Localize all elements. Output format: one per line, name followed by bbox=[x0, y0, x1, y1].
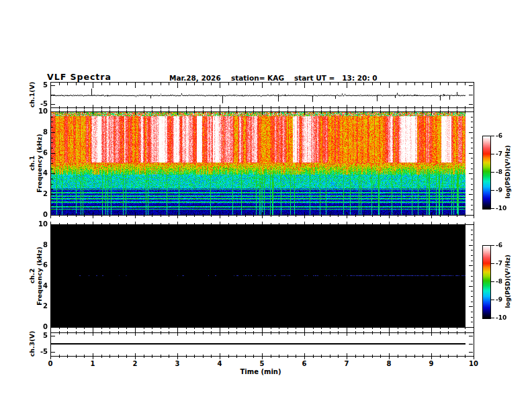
x-minor-tick bbox=[448, 326, 449, 329]
x-minor-tick bbox=[423, 223, 423, 226]
x-minor-tick bbox=[253, 106, 254, 109]
y-tick bbox=[471, 199, 473, 200]
x-minor-tick bbox=[144, 331, 144, 334]
x-minor-tick bbox=[152, 223, 152, 226]
x-minor-tick bbox=[440, 106, 441, 109]
y-tick bbox=[471, 281, 473, 281]
y-tick bbox=[469, 194, 473, 195]
x-minor-tick bbox=[330, 106, 330, 109]
y-tick bbox=[471, 158, 473, 158]
x-minor-tick bbox=[236, 355, 237, 358]
y-tick-label: 8 bbox=[30, 241, 48, 248]
x-minor-tick bbox=[465, 223, 466, 226]
y-tick bbox=[471, 122, 473, 122]
y-tick bbox=[51, 352, 55, 353]
x-minor-tick bbox=[161, 223, 161, 226]
colorbar-tick bbox=[491, 263, 494, 264]
y-tick bbox=[51, 224, 55, 225]
x-minor-tick bbox=[423, 326, 423, 329]
colorbar-tick-label: -8 bbox=[496, 169, 502, 175]
x-minor-tick bbox=[203, 110, 204, 113]
x-major-tick bbox=[262, 82, 263, 88]
x-major-tick bbox=[93, 222, 93, 228]
colorbar-tick-label: -9 bbox=[496, 187, 502, 193]
y-tick bbox=[471, 117, 473, 118]
x-minor-tick bbox=[203, 331, 204, 334]
x-minor-tick bbox=[448, 214, 449, 217]
colorbar-tick-label: -6 bbox=[496, 132, 502, 139]
x-minor-tick bbox=[287, 223, 288, 226]
x-minor-tick bbox=[457, 355, 457, 358]
x-minor-tick bbox=[296, 355, 296, 358]
x-major-tick bbox=[177, 109, 178, 115]
x-minor-tick bbox=[169, 110, 169, 113]
x-minor-tick bbox=[169, 326, 169, 329]
y-tick bbox=[51, 169, 53, 169]
y-tick bbox=[469, 245, 473, 246]
x-major-tick bbox=[389, 222, 390, 228]
vlf-spectra-figure: VLF Spectra Mar.28, 2026 station= KAG st… bbox=[0, 0, 532, 411]
x-minor-tick bbox=[398, 223, 398, 226]
x-minor-tick bbox=[296, 326, 296, 329]
x-minor-tick bbox=[271, 82, 271, 85]
x-minor-tick bbox=[330, 110, 330, 113]
x-major-tick bbox=[177, 222, 178, 228]
y-tick bbox=[471, 250, 473, 250]
x-minor-tick bbox=[313, 223, 314, 226]
x-minor-tick bbox=[296, 110, 296, 113]
y-tick-label: 2 bbox=[30, 190, 48, 197]
x-minor-tick bbox=[245, 355, 246, 358]
x-minor-tick bbox=[109, 326, 110, 329]
x-minor-tick bbox=[271, 110, 271, 113]
x-minor-tick bbox=[313, 326, 314, 329]
colorbar-tick-label: -9 bbox=[496, 296, 502, 303]
x-minor-tick bbox=[194, 110, 195, 113]
x-minor-tick bbox=[313, 106, 314, 109]
colorbar-1-label: log(PSD)(V²/Hz) bbox=[504, 145, 512, 199]
colorbar-tick bbox=[491, 190, 494, 191]
x-minor-tick bbox=[457, 82, 457, 85]
y-tick bbox=[469, 306, 473, 307]
y-tick bbox=[51, 210, 53, 210]
x-minor-tick bbox=[152, 331, 152, 334]
x-minor-tick bbox=[126, 355, 127, 358]
x-minor-tick bbox=[101, 106, 102, 109]
x-major-tick bbox=[177, 82, 178, 88]
x-minor-tick bbox=[59, 326, 60, 329]
x-minor-tick bbox=[84, 223, 85, 226]
x-minor-tick bbox=[118, 82, 119, 85]
x-minor-tick bbox=[109, 106, 110, 109]
x-minor-tick bbox=[76, 223, 77, 226]
y-tick bbox=[471, 322, 473, 322]
colorbar-tick bbox=[491, 281, 494, 282]
x-minor-tick bbox=[330, 82, 330, 85]
x-major-tick bbox=[262, 109, 263, 115]
x-minor-tick bbox=[161, 214, 161, 217]
x-minor-tick bbox=[321, 326, 322, 329]
x-minor-tick bbox=[406, 214, 406, 217]
y-tick bbox=[51, 276, 53, 277]
y-tick bbox=[51, 127, 53, 128]
y-tick bbox=[51, 215, 55, 216]
y-tick bbox=[51, 199, 53, 200]
x-minor-tick bbox=[84, 106, 85, 109]
x-major-tick bbox=[347, 109, 347, 115]
y-tick bbox=[51, 291, 53, 291]
y-tick bbox=[469, 336, 473, 336]
x-major-tick bbox=[177, 353, 178, 359]
x-minor-tick bbox=[67, 223, 68, 226]
x-major-tick bbox=[431, 109, 432, 115]
x-major-tick bbox=[220, 212, 220, 218]
x-minor-tick bbox=[101, 355, 102, 358]
y-tick bbox=[469, 352, 473, 353]
x-minor-tick bbox=[279, 106, 279, 109]
x-minor-tick bbox=[414, 214, 415, 217]
x-minor-tick bbox=[414, 331, 415, 334]
x-minor-tick bbox=[338, 331, 339, 334]
colorbar-tick-label: -7 bbox=[496, 260, 502, 267]
x-minor-tick bbox=[380, 82, 381, 85]
x-minor-tick bbox=[363, 326, 364, 329]
x-major-tick bbox=[220, 222, 220, 228]
x-minor-tick bbox=[126, 106, 127, 109]
x-minor-tick bbox=[372, 110, 373, 113]
